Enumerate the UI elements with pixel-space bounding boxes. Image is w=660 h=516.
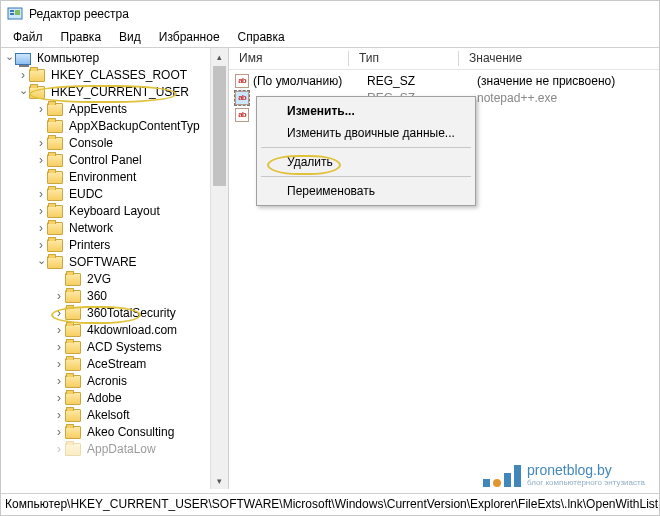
tree-item[interactable]: Adobe: [1, 390, 228, 407]
tree-item[interactable]: Console: [1, 135, 228, 152]
tree-label: AceStream: [85, 356, 148, 373]
tree-label: SOFTWARE: [67, 254, 139, 271]
col-value[interactable]: Значение: [459, 48, 659, 69]
scroll-up-button[interactable]: ▴: [211, 48, 228, 65]
tree-item[interactable]: Akelsoft: [1, 407, 228, 424]
tree-item[interactable]: 4kdownload.com: [1, 322, 228, 339]
tree-label: Environment: [67, 169, 138, 186]
tree-label: 360: [85, 288, 109, 305]
watermark-tagline: блог компьютерного энтузиаста: [527, 478, 645, 487]
watermark: pronetblog.by блог компьютерного энтузиа…: [483, 462, 645, 487]
list-row[interactable]: ab (По умолчанию) REG_SZ (значение не пр…: [229, 72, 659, 89]
folder-icon: [65, 307, 81, 320]
tree-item[interactable]: 360TotalSecurity: [1, 305, 228, 322]
folder-icon: [47, 222, 63, 235]
title-bar: Редактор реестра: [1, 1, 659, 27]
svg-rect-1: [10, 10, 14, 12]
svg-rect-3: [15, 10, 20, 15]
tree-root[interactable]: Компьютер: [1, 50, 228, 67]
menu-favorites[interactable]: Избранное: [151, 28, 228, 46]
registry-tree[interactable]: Компьютер HKEY_CLASSES_ROOT HKEY_CURRENT…: [1, 48, 228, 460]
tree-label: Console: [67, 135, 115, 152]
tree-item[interactable]: HKEY_CURRENT_USER: [1, 84, 228, 101]
menu-file[interactable]: Файл: [5, 28, 51, 46]
tree-item[interactable]: Acronis: [1, 373, 228, 390]
menu-bar: Файл Правка Вид Избранное Справка: [1, 27, 659, 47]
col-name[interactable]: Имя: [229, 48, 349, 69]
watermark-brand: pronetblog.by: [527, 462, 612, 478]
folder-icon: [47, 239, 63, 252]
tree-item[interactable]: Control Panel: [1, 152, 228, 169]
tree-item[interactable]: EUDC: [1, 186, 228, 203]
status-path: Компьютер\HKEY_CURRENT_USER\SOFTWARE\Mic…: [5, 497, 658, 511]
tree-item[interactable]: AppEvents: [1, 101, 228, 118]
scroll-down-button[interactable]: ▾: [211, 472, 228, 489]
tree-item[interactable]: Network: [1, 220, 228, 237]
tree-item[interactable]: HKEY_CLASSES_ROOT: [1, 67, 228, 84]
menu-edit[interactable]: Правка: [53, 28, 110, 46]
folder-icon: [65, 375, 81, 388]
tree-label: Компьютер: [35, 50, 101, 67]
tree-item[interactable]: AppXBackupContentTyp: [1, 118, 228, 135]
col-type[interactable]: Тип: [349, 48, 459, 69]
tree-item[interactable]: 2VG: [1, 271, 228, 288]
tree-item[interactable]: ACD Systems: [1, 339, 228, 356]
folder-icon: [65, 324, 81, 337]
folder-icon: [65, 392, 81, 405]
tree-label: HKEY_CLASSES_ROOT: [49, 67, 189, 84]
status-bar: Компьютер\HKEY_CURRENT_USER\SOFTWARE\Mic…: [1, 493, 659, 515]
menu-help[interactable]: Справка: [230, 28, 293, 46]
tree-label: AppXBackupContentTyp: [67, 118, 202, 135]
tree-label: Keyboard Layout: [67, 203, 162, 220]
tree-item[interactable]: AppDataLow: [1, 441, 228, 458]
folder-icon: [65, 443, 81, 456]
folder-icon: [47, 188, 63, 201]
string-value-icon: ab: [235, 74, 249, 88]
tree-label: Control Panel: [67, 152, 144, 169]
watermark-logo-icon: [483, 465, 521, 487]
cell-value: notepad++.exe: [477, 91, 659, 105]
tree-item[interactable]: Akeo Consulting: [1, 424, 228, 441]
tree-label: Akelsoft: [85, 407, 132, 424]
tree-label: Akeo Consulting: [85, 424, 176, 441]
cell-type: REG_SZ: [367, 74, 477, 88]
tree-label: ACD Systems: [85, 339, 164, 356]
folder-icon: [29, 69, 45, 82]
tree-label: AppEvents: [67, 101, 129, 118]
context-menu: Изменить... Изменить двоичные данные... …: [256, 96, 476, 206]
tree-label: Adobe: [85, 390, 124, 407]
tree-label: 360TotalSecurity: [85, 305, 178, 322]
cell-value: (значение не присвоено): [477, 74, 659, 88]
folder-icon: [47, 137, 63, 150]
tree-pane: ▴ ▾ Компьютер HKEY_CLASSES_ROOT HKEY_CUR…: [1, 48, 229, 489]
folder-icon: [29, 86, 45, 99]
computer-icon: [15, 53, 31, 65]
menu-separator: [261, 176, 471, 177]
scrollbar-thumb[interactable]: [213, 66, 226, 186]
menu-item-rename[interactable]: Переименовать: [259, 180, 473, 202]
menu-item-modify[interactable]: Изменить...: [259, 100, 473, 122]
list-header: Имя Тип Значение: [229, 48, 659, 70]
tree-label: AppDataLow: [85, 441, 158, 458]
tree-label: 4kdownload.com: [85, 322, 179, 339]
tree-label: 2VG: [85, 271, 113, 288]
folder-icon: [47, 205, 63, 218]
tree-item[interactable]: Environment: [1, 169, 228, 186]
folder-icon: [65, 273, 81, 286]
menu-view[interactable]: Вид: [111, 28, 149, 46]
tree-label: Acronis: [85, 373, 129, 390]
folder-icon: [65, 358, 81, 371]
tree-item[interactable]: AceStream: [1, 356, 228, 373]
tree-item[interactable]: 360: [1, 288, 228, 305]
folder-icon: [65, 409, 81, 422]
string-value-icon: ab: [235, 108, 249, 122]
tree-item[interactable]: Keyboard Layout: [1, 203, 228, 220]
tree-item[interactable]: Printers: [1, 237, 228, 254]
menu-item-delete[interactable]: Удалить: [259, 151, 473, 173]
folder-icon: [65, 290, 81, 303]
folder-icon: [47, 103, 63, 116]
tree-item[interactable]: SOFTWARE: [1, 254, 228, 271]
menu-separator: [261, 147, 471, 148]
menu-item-modify-binary[interactable]: Изменить двоичные данные...: [259, 122, 473, 144]
cell-name: (По умолчанию): [253, 74, 367, 88]
